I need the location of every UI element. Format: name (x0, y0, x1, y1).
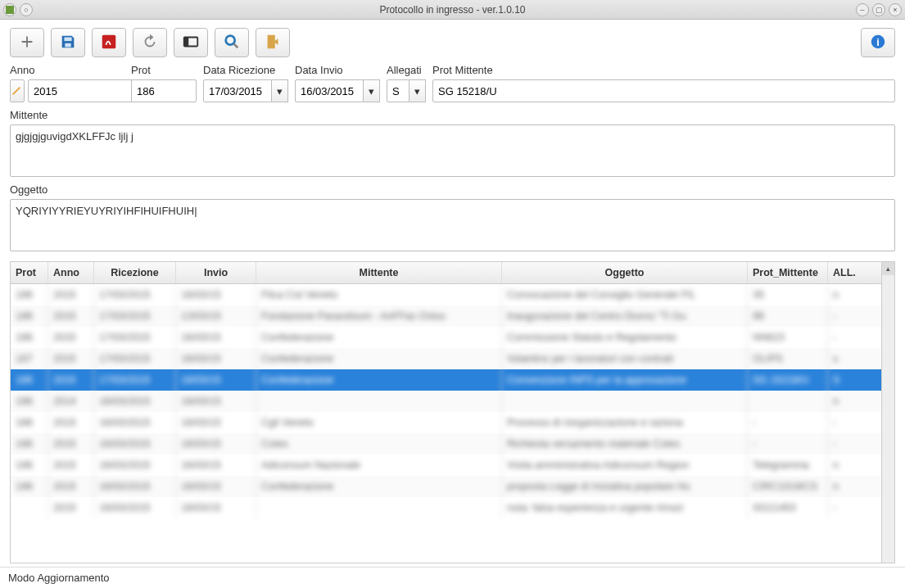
table-cell: 2015 (48, 284, 94, 305)
th-prot-mittente[interactable]: Prot_Mittente (748, 262, 828, 283)
table-cell: 17/03/2015 (94, 284, 176, 305)
table-cell: n (828, 284, 861, 305)
table-row[interactable]: 186201416/03/201516/03/15n (11, 391, 894, 412)
chevron-down-icon: ▾ (277, 85, 283, 97)
table-row[interactable]: 186201516/03/201516/03/15CotesRichiesta … (11, 433, 894, 455)
table-cell: 16/03/15 (176, 455, 256, 476)
app-icon (3, 3, 16, 16)
exit-button[interactable] (256, 28, 290, 57)
table-cell: Commissione Statuto e Regolamento (502, 327, 748, 348)
table-header: Prot Anno Ricezione Invio Mittente Ogget… (11, 262, 894, 284)
data-ricezione-dropdown[interactable]: ▾ (272, 79, 288, 102)
data-invio-input[interactable] (295, 79, 364, 102)
card-button[interactable] (174, 28, 208, 57)
search-button[interactable] (215, 28, 249, 57)
th-anno[interactable]: Anno (48, 262, 94, 283)
table-row[interactable]: 186201517/03/201516/03/15ConfederazioneC… (11, 369, 894, 391)
th-oggetto[interactable]: Oggetto (502, 262, 748, 283)
vertical-scrollbar[interactable]: ▴ (881, 262, 894, 563)
add-button[interactable] (10, 28, 44, 57)
th-invio[interactable]: Invio (176, 262, 256, 283)
oggetto-input[interactable]: YQRIYIYYRIEYUYRIYIHFIHUIFHUIH| (10, 199, 895, 251)
table-cell (11, 497, 48, 518)
table-row[interactable]: 186201517/03/201516/03/15Filca Cisl Vene… (11, 284, 894, 305)
table-row[interactable]: 186201516/03/201516/03/15Cgil VenetoProc… (11, 412, 894, 433)
close-button[interactable]: × (889, 3, 902, 16)
table-cell: Fondazione Paracelsum - AnFFas Onlus (256, 305, 502, 327)
magnifier-icon (223, 33, 241, 53)
table-cell: 35 (748, 284, 828, 305)
chevron-down-icon: ▾ (414, 85, 420, 97)
refresh-button[interactable] (133, 28, 167, 57)
th-prot[interactable]: Prot (11, 262, 48, 283)
table-cell: 16/03/15 (176, 284, 256, 305)
window-menu-icon[interactable]: ○ (20, 3, 33, 16)
table-cell: 2015 (48, 476, 94, 497)
table-row[interactable]: 186201516/03/201516/03/15Confederazionep… (11, 476, 894, 497)
table-cell: Visita amministrativa Adiconsum Region (502, 455, 748, 476)
data-ricezione-input[interactable] (203, 79, 272, 102)
table-cell: Confederazione (256, 327, 502, 348)
table-cell: 16/03/2015 (94, 476, 176, 497)
table-cell: 186 (11, 369, 48, 391)
table-cell: 16/03/15 (176, 327, 256, 348)
table-cell: SG 15218/U (748, 369, 828, 391)
table-cell: - (828, 327, 861, 348)
table-cell: 16/03/2015 (94, 455, 176, 476)
table-cell: - (828, 497, 861, 518)
anno-edit-button[interactable] (10, 79, 25, 102)
svg-rect-2 (65, 43, 70, 47)
table-cell: 17/03/2015 (94, 327, 176, 348)
allegati-dropdown[interactable]: ▾ (410, 79, 426, 102)
results-table: Prot Anno Ricezione Invio Mittente Ogget… (10, 261, 895, 563)
table-cell: 2015 (48, 305, 94, 327)
svg-rect-1 (64, 37, 71, 41)
table-row[interactable]: 187201517/03/201516/03/15ConfederazioneV… (11, 348, 894, 369)
table-cell: Filca Cisl Veneto (256, 284, 502, 305)
minimize-button[interactable]: – (856, 3, 869, 16)
table-cell (502, 391, 748, 412)
prot-mittente-input[interactable] (432, 79, 895, 102)
scroll-up-button[interactable]: ▴ (882, 262, 894, 275)
table-cell: 16/03/15 (176, 391, 256, 412)
table-cell: 186 (11, 476, 48, 497)
save-button[interactable] (51, 28, 85, 57)
allegati-select[interactable] (387, 79, 410, 102)
table-cell: 2015 (48, 412, 94, 433)
prot-label: Prot (131, 64, 197, 78)
table-cell: Telegramma (748, 455, 828, 476)
table-cell: 16/03/2015 (94, 391, 176, 412)
table-cell: 16/03/15 (176, 412, 256, 433)
table-row[interactable]: 186201517/03/201516/03/15ConfederazioneC… (11, 327, 894, 348)
maximize-button[interactable]: ▢ (872, 3, 885, 16)
mittente-label: Mittente (10, 109, 895, 123)
table-cell: 186 (11, 433, 48, 455)
table-cell: Cgil Veneto (256, 412, 502, 433)
table-row[interactable]: 201516/03/201516/03/15nota: falsa esperi… (11, 497, 894, 518)
table-cell: n (828, 391, 861, 412)
th-ricezione[interactable]: Ricezione (94, 262, 176, 283)
status-bar: Modo Aggiornamento (0, 567, 905, 588)
table-cell: 98 (748, 305, 828, 327)
table-cell: Convocazione del Consiglio Generale FIL (502, 284, 748, 305)
table-cell: Confederazione (256, 348, 502, 369)
table-cell: Adiconsum Nazionale (256, 455, 502, 476)
table-row[interactable]: 186201517/03/201513/03/15Fondazione Para… (11, 305, 894, 327)
table-cell: NN623 (748, 327, 828, 348)
pdf-button[interactable] (92, 28, 126, 57)
table-cell: 2015 (48, 369, 94, 391)
prot-input[interactable] (131, 79, 197, 102)
table-cell: 186 (11, 455, 48, 476)
table-cell: 186 (11, 284, 48, 305)
table-cell: Richiesta versamento materiale Cotes (502, 433, 748, 455)
info-button[interactable]: i (861, 28, 895, 57)
table-cell: Processo di riorganizzazione e raziona (502, 412, 748, 433)
th-mittente[interactable]: Mittente (256, 262, 502, 283)
th-all[interactable]: ALL. (828, 262, 861, 283)
mittente-input[interactable]: gjgjgjguvigdXKLFFJc ljlj j (10, 124, 895, 177)
table-cell: 17/03/2015 (94, 369, 176, 391)
card-icon (182, 33, 200, 53)
table-row[interactable]: 186201516/03/201516/03/15Adiconsum Nazio… (11, 455, 894, 476)
table-cell: nota: falsa esperienza e urgente rimozi (502, 497, 748, 518)
data-invio-dropdown[interactable]: ▾ (364, 79, 380, 102)
